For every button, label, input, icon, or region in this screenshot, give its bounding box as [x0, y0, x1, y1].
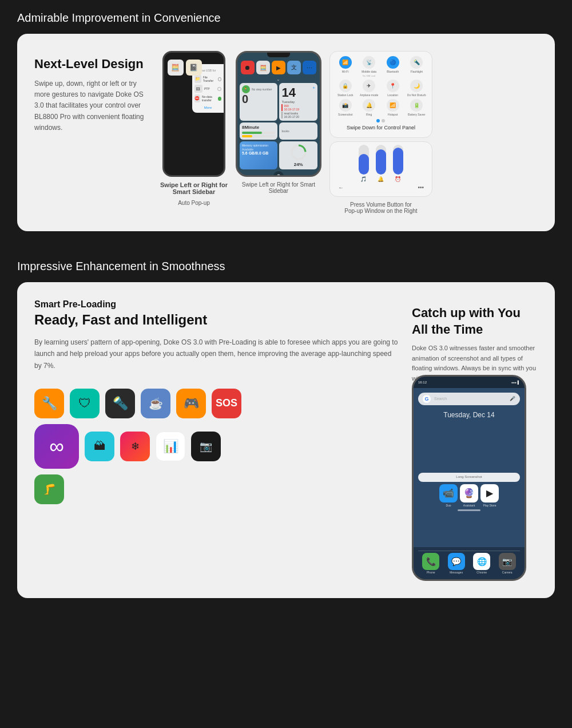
step-header: 🏃 No step number: [242, 85, 276, 93]
minus-screen-content: ⏺ 🧮 ▶ 文 ⋯ ⌄ 🏃: [240, 61, 317, 177]
s2-app-row-area: Long Screenshot: [418, 473, 520, 482]
s2-middle-area: [414, 425, 525, 470]
icon-start: ▶: [272, 61, 285, 74]
dock-phone-icon: 📞: [422, 553, 439, 570]
dock-camera: 📷 Camera: [499, 553, 516, 574]
battery-card: 24%: [279, 141, 317, 169]
airplane-icon: ✈: [363, 80, 375, 92]
phone1-label-sub: Auto Pop-up: [178, 200, 210, 206]
minus-chevron: ⌄: [240, 77, 317, 82]
progress-fill: [242, 132, 262, 134]
dock-phone-label: Phone: [427, 571, 435, 574]
phone-mock-sidebar: Use USB for 📁 File Transfer 🖼 PTP: [162, 51, 225, 177]
phone-showcases: Use USB for 📁 File Transfer 🖼 PTP: [160, 51, 538, 214]
vol-alarm-bg: [393, 145, 403, 175]
vol-alarm: ⏰: [393, 145, 403, 182]
google-g-icon: G: [423, 395, 431, 403]
nodata-icon: ⛔: [194, 94, 200, 102]
ring-icon: 🔔: [363, 99, 375, 112]
radio-nodata: [218, 97, 221, 101]
assistant-label: Assistant: [463, 504, 475, 507]
cards-row3: Memory optimization Available 5.6 GB/8.0…: [240, 141, 317, 169]
date-log1: 99916:19-17:19: [281, 104, 315, 111]
section2-right-top: Catch up with You All the Time Doke OS 3…: [412, 299, 538, 384]
dock-phone: 📞 Phone: [422, 553, 439, 574]
s2-playstore-item: ▶ Play Store: [480, 484, 499, 507]
radio-file: [218, 77, 221, 81]
s2-search-bar[interactable]: G Search 🎤: [418, 393, 520, 405]
icon-more: ⋯: [303, 61, 316, 74]
cp-ring: 🔔 Ring: [358, 99, 380, 116]
duo-label: Duo: [446, 504, 451, 507]
section1-inner: Next-Level Design Swipe up, down, right …: [34, 51, 538, 214]
s2-dock-area: 📞 Phone 💬 Messages 🌐 Chrome 📷 Camera: [414, 547, 525, 579]
cp-battery-saver: 🔋 Battery Saver: [406, 99, 427, 116]
date-number: 14: [281, 85, 295, 100]
phone2-notch: [267, 53, 290, 57]
s2-icon-row: 📹 Duo 🔮 Assistant ▶ Play Store: [418, 484, 520, 507]
bluetooth-icon: 🔵: [387, 56, 399, 69]
vol-notif-bg: [376, 145, 386, 175]
location-icon: 📍: [387, 80, 399, 92]
step-label: No step number: [252, 88, 272, 91]
notebook-icon: 📓: [186, 60, 202, 76]
section2-right: Catch up with You All the Time Doke OS 3…: [412, 299, 538, 581]
time-card: 8Minute: [240, 122, 278, 140]
volume-bars: 🎵 🔔: [336, 148, 426, 182]
s2-zoom-item: 📹 Duo: [439, 484, 458, 507]
date-header: 14 Tuesday +: [281, 85, 315, 104]
music-icon: 🎵: [360, 176, 367, 182]
s2-date-widget: Tuesday, Dec 14: [414, 411, 525, 419]
step-icon: 🏃: [242, 85, 250, 93]
cp-location: 📍 Location: [382, 80, 404, 97]
icon-calc: 🧮: [256, 61, 270, 74]
phone2-label: Swipe Left or Right for Smart Sidebar: [239, 181, 319, 194]
dnd-icon: 🌙: [410, 80, 423, 92]
icon-translate: 文: [287, 61, 301, 74]
progress-bg2: [242, 135, 276, 137]
date-plus: +: [312, 85, 315, 90]
dock-chrome: 🌐 Chrome: [473, 553, 490, 574]
app-icon-infinity: ∞: [34, 424, 79, 469]
screenshot-icon: 📸: [339, 99, 352, 112]
section1-card: Next-Level Design Swipe up, down, right …: [17, 34, 555, 231]
vol-alarm-fill: [393, 148, 403, 175]
cards-row1: 🏃 No step number 0 14 Tuesday: [240, 83, 317, 121]
s2-status-bar: 16:12 ●●● ▌: [414, 377, 525, 388]
date-day: Tuesday: [281, 100, 295, 104]
book-label: books: [281, 129, 315, 133]
icon-rec: ⏺: [241, 61, 255, 74]
share-card: Long Screenshot: [418, 473, 520, 482]
dock-chrome-label: Chrome: [476, 571, 487, 574]
vol-music-bg: [359, 145, 369, 175]
settings-icon: ⚙: [273, 171, 284, 177]
section2-title: Impressive Enhancement in Smoothness: [17, 260, 555, 273]
settings-row: ⚙: [240, 171, 317, 177]
battery-pct: 24%: [294, 162, 303, 167]
station-lock-icon: 🔒: [339, 80, 352, 92]
preloading-heading: Ready, Fast and Intelligent: [34, 312, 400, 329]
app-icon-camera: 📷: [191, 432, 221, 461]
cp-station-lock: 🔒 Station Lock: [335, 80, 356, 97]
swipe-down-label: Swipe Down for Control Panel: [335, 122, 427, 133]
vol-music: 🎵: [359, 145, 369, 182]
sidebar-row-1: 📁 File Transfer: [194, 75, 221, 83]
search-text: Search: [434, 397, 506, 401]
s2-assistant-item: 🔮 Assistant: [460, 484, 478, 507]
app-icon-cup: ☕: [141, 389, 170, 418]
cp-hotspot: 📶 Hotspot: [382, 99, 404, 116]
dock-chrome-icon: 🌐: [473, 553, 490, 570]
cp-screenshot: 📸 Screenshot: [335, 99, 356, 116]
bg-icons: 🧮 📓: [168, 60, 202, 76]
time-val: 8Minute: [242, 125, 276, 130]
phone-item-3: 📶 Wi-Fi 📡 Mobile data No SIM card 🔵 Blue…: [329, 51, 432, 214]
date-card: 14 Tuesday + 99916:19-17:19 read books16…: [279, 83, 317, 121]
cp-dnd: 🌙 Do Not Disturb: [406, 80, 427, 97]
ptp-icon: 🖼: [194, 85, 202, 93]
vol-notification: 🔔: [376, 145, 386, 182]
phone-item-2: ⏺ 🧮 ▶ 文 ⋯ ⌄ 🏃: [236, 51, 321, 214]
phone3-label: Press Volume Button forPop-up Window on …: [344, 201, 417, 214]
section2-card: Smart Pre-Loading Ready, Fast and Intell…: [17, 282, 555, 598]
dock-camera-label: Camera: [502, 571, 513, 574]
flashlight-icon: 🔦: [410, 56, 423, 69]
